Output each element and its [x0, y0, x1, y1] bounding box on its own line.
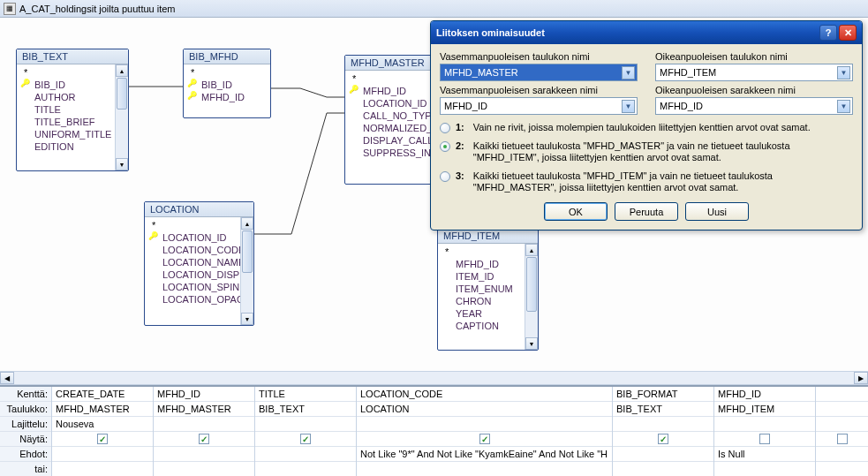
checkbox-icon[interactable]	[759, 434, 770, 444]
grid-cell[interactable]: MFHD_ID	[714, 387, 815, 402]
join-option-1[interactable]: 1: Vain ne rivit, joissa molempien taulu…	[440, 118, 853, 137]
grid-cell[interactable]: LOCATION	[357, 402, 612, 417]
scroll-up-icon[interactable]: ▲	[525, 244, 538, 256]
grid-cell[interactable]	[357, 462, 612, 476]
table-title[interactable]: MFHD_ITEM	[438, 229, 538, 244]
grid-cell[interactable]	[357, 417, 612, 432]
grid-cell[interactable]	[816, 462, 868, 476]
cancel-button[interactable]: Peruuta	[615, 202, 678, 221]
grid-cell[interactable]	[613, 447, 713, 462]
join-option-2[interactable]: 2: Kaikki tietueet taulukosta "MFHD_MAST…	[440, 137, 853, 167]
grid-column[interactable]: LOCATION_CODELOCATION✓Not Like "9*" And …	[356, 387, 612, 476]
field-location-opac[interactable]: LOCATION_OPAC	[145, 293, 239, 306]
right-table-select[interactable]: MFHD_ITEM ▼	[655, 64, 853, 81]
grid-cell[interactable]: Nouseva	[52, 417, 153, 432]
scroll-right-icon[interactable]: ▶	[854, 372, 868, 384]
show-checkbox-cell[interactable]: ✓	[52, 432, 153, 447]
field-star[interactable]: *	[17, 66, 114, 79]
grid-cell[interactable]	[52, 462, 153, 476]
show-checkbox-cell[interactable]: ✓	[154, 432, 254, 447]
scroll-down-icon[interactable]: ▼	[525, 337, 538, 350]
checkbox-icon[interactable]	[837, 434, 848, 444]
field-year[interactable]: YEAR	[438, 307, 524, 320]
grid-cell[interactable]	[154, 417, 254, 432]
scroll-up-icon[interactable]: ▲	[241, 217, 253, 230]
grid-cell[interactable]	[816, 417, 868, 432]
table-location[interactable]: LOCATION * LOCATION_ID LOCATION_CODE LOC…	[144, 201, 254, 326]
scroll-thumb[interactable]	[242, 230, 253, 273]
chevron-down-icon[interactable]: ▼	[837, 100, 850, 113]
show-checkbox-cell[interactable]: ✓	[357, 432, 612, 447]
grid-column[interactable]: BIB_FORMATBIB_TEXT✓	[612, 387, 713, 476]
grid-cell[interactable]: Not Like "9*" And Not Like "KyamkEaine" …	[357, 447, 612, 462]
field-mfhd-id[interactable]: MFHD_ID	[184, 91, 256, 103]
grid-column[interactable]: MFHD_IDMFHD_ITEMIs Null	[713, 387, 815, 476]
join-option-3[interactable]: 3: Kaikki tietueet taulukosta "MFHD_ITEM…	[440, 167, 853, 197]
scrollbar-vertical[interactable]: ▲ ▼	[115, 64, 128, 170]
field-edition[interactable]: EDITION	[17, 140, 114, 153]
grid-cell[interactable]: MFHD_ID	[154, 387, 254, 402]
grid-cell[interactable]	[613, 462, 713, 476]
scroll-down-icon[interactable]: ▼	[241, 313, 253, 325]
field-location-id[interactable]: LOCATION_ID	[145, 231, 239, 244]
scrollbar-vertical[interactable]: ▲ ▼	[240, 217, 253, 325]
grid-cell[interactable]	[255, 447, 356, 462]
table-bib-text[interactable]: BIB_TEXT * BIB_ID AUTHOR TITLE TITLE_BRI…	[16, 49, 129, 171]
chevron-down-icon[interactable]: ▼	[622, 66, 635, 79]
checkbox-icon[interactable]: ✓	[300, 434, 311, 444]
grid-cell[interactable]: MFHD_ITEM	[714, 402, 815, 417]
grid-column-empty[interactable]	[815, 387, 868, 476]
field-bib-id[interactable]: BIB_ID	[184, 79, 256, 91]
scroll-down-icon[interactable]: ▼	[116, 158, 128, 170]
chevron-down-icon[interactable]: ▼	[622, 100, 635, 113]
dialog-title-bar[interactable]: Liitoksen ominaisuudet ? ✕	[431, 21, 862, 44]
grid-cell[interactable]: CREATE_DATE	[52, 387, 153, 402]
field-item-id[interactable]: ITEM_ID	[438, 270, 524, 283]
left-col-select[interactable]: MFHD_ID ▼	[440, 97, 638, 115]
field-author[interactable]: AUTHOR	[17, 91, 114, 103]
table-bib-mfhd[interactable]: BIB_MFHD * BIB_ID MFHD_ID	[183, 49, 271, 118]
radio-icon[interactable]	[440, 141, 450, 152]
grid-column[interactable]: TITLEBIB_TEXT✓	[254, 387, 356, 476]
new-button[interactable]: Uusi	[685, 202, 749, 221]
grid-cell[interactable]	[255, 417, 356, 432]
grid-cell[interactable]: TITLE	[255, 387, 356, 402]
radio-icon[interactable]	[440, 123, 450, 133]
scrollbar-vertical[interactable]: ▲ ▼	[525, 244, 538, 350]
grid-cell[interactable]	[816, 432, 868, 447]
field-title[interactable]: TITLE	[17, 103, 114, 116]
grid-cell[interactable]	[714, 462, 815, 476]
checkbox-icon[interactable]: ✓	[97, 434, 108, 444]
grid-cell[interactable]	[52, 447, 153, 462]
show-checkbox-cell[interactable]: ✓	[255, 432, 356, 447]
table-title[interactable]: BIB_TEXT	[17, 49, 128, 64]
scroll-track[interactable]	[14, 372, 854, 384]
right-col-select[interactable]: MFHD_ID ▼	[655, 97, 853, 115]
field-location-code[interactable]: LOCATION_CODE	[145, 244, 239, 256]
scroll-thumb[interactable]	[526, 257, 537, 312]
field-location-name[interactable]: LOCATION_NAME	[145, 256, 239, 268]
field-star[interactable]: *	[184, 66, 256, 79]
grid-cell[interactable]	[613, 417, 713, 432]
grid-cell[interactable]: BIB_FORMAT	[613, 387, 713, 402]
help-button[interactable]: ?	[819, 25, 837, 41]
show-checkbox-cell[interactable]: ✓	[613, 432, 713, 447]
field-mfhd-id[interactable]: MFHD_ID	[438, 258, 524, 270]
scroll-up-icon[interactable]: ▲	[116, 64, 128, 77]
field-location-displa[interactable]: LOCATION_DISPLA	[145, 268, 239, 281]
grid-cell[interactable]	[154, 447, 254, 462]
grid-cell[interactable]: MFHD_MASTER	[154, 402, 254, 417]
field-uniform-title[interactable]: UNIFORM_TITLE	[17, 128, 114, 140]
table-title[interactable]: BIB_MFHD	[184, 49, 270, 64]
checkbox-icon[interactable]: ✓	[658, 434, 668, 444]
design-grid[interactable]: Kenttä: Taulukko: Lajittelu: Näytä: Ehdo…	[0, 385, 868, 476]
grid-cell[interactable]	[255, 462, 356, 476]
field-star[interactable]: *	[145, 219, 239, 231]
grid-cell[interactable]: Is Null	[714, 447, 815, 462]
checkbox-icon[interactable]: ✓	[479, 434, 490, 444]
grid-cell[interactable]: BIB_TEXT	[613, 402, 713, 417]
grid-cell[interactable]: LOCATION_CODE	[357, 387, 612, 402]
field-item-enum[interactable]: ITEM_ENUM	[438, 283, 524, 295]
field-chron[interactable]: CHRON	[438, 295, 524, 307]
checkbox-icon[interactable]: ✓	[199, 434, 209, 444]
